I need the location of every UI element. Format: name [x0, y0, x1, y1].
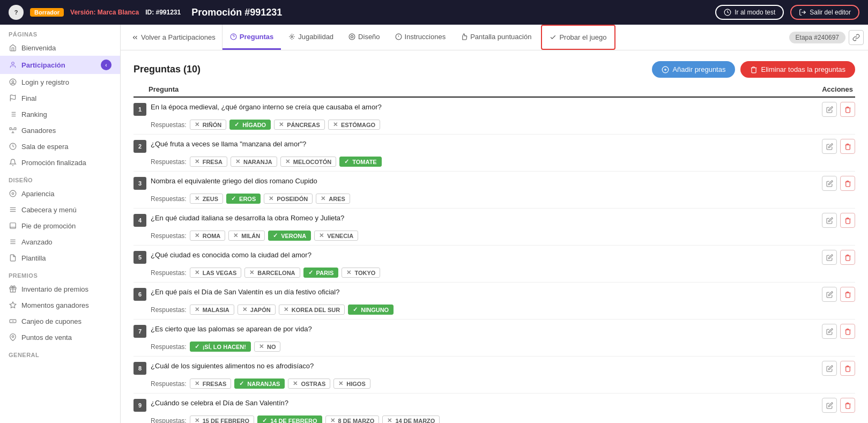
answer-badge: ✕FRESA	[190, 157, 227, 167]
answer-badge: ✓HÍGADO	[229, 120, 271, 130]
user-icon	[9, 61, 17, 69]
sidebar-item-plantilla[interactable]: Plantilla	[0, 250, 120, 266]
edit-question-button[interactable]	[822, 250, 837, 265]
answers-label: Respuestas:	[151, 232, 187, 240]
answer-badge: ✕MALASIA	[190, 305, 234, 315]
delete-question-button[interactable]	[840, 139, 855, 154]
tab-jugabilidad[interactable]: Jugabilidad	[281, 25, 341, 50]
delete-all-button[interactable]: Eliminar todas la preguntas	[740, 61, 855, 78]
tab-pantalla-puntuacion[interactable]: Pantalla puntuación	[453, 25, 539, 50]
delete-question-button[interactable]	[840, 102, 855, 117]
answer-badge: ✕HIGOS	[333, 379, 370, 389]
answer-badge: ✕FRESAS	[190, 379, 232, 389]
menu-icon	[9, 205, 17, 214]
delete-question-button[interactable]	[840, 176, 855, 191]
bell-icon	[9, 158, 17, 167]
edit-question-button[interactable]	[822, 398, 837, 413]
sidebar-item-promo-finalizada[interactable]: Promoción finalizada	[0, 154, 120, 170]
sidebar-item-canjeo[interactable]: Canjeo de cupones	[0, 313, 120, 329]
file-icon	[9, 254, 17, 262]
question-number: 3	[133, 177, 146, 190]
table-row: 8¿Cuál de los siguientes alimentos no es…	[133, 357, 855, 394]
topbar-version: Versión: Marca Blanca	[70, 9, 139, 16]
sidebar-item-ganadores[interactable]: Ganadores	[0, 122, 120, 138]
answer-badge: ✕ROMA	[190, 231, 226, 241]
link-icon[interactable]	[849, 30, 864, 45]
delete-question-button[interactable]	[840, 324, 855, 339]
exit-editor-button[interactable]: Salir del editor	[790, 5, 859, 20]
answer-badge: ✕MELOCOTÓN	[280, 157, 337, 167]
edit-question-button[interactable]	[822, 361, 837, 376]
sidebar-section-paginas: Páginas	[0, 25, 120, 40]
sidebar-item-apariencia[interactable]: Apariencia	[0, 185, 120, 202]
edit-question-button[interactable]	[822, 176, 837, 191]
question-number: 5	[133, 251, 146, 264]
sidebar-item-avanzado[interactable]: Avanzado	[0, 234, 120, 250]
question-text: Nombra el equivalente griego del dios ro…	[151, 176, 812, 185]
answers-row: Respuestas:✕ROMA✕MILÁN✓VERONA✕VENECIA	[133, 231, 855, 241]
sidebar-item-login[interactable]: Login y registro	[0, 74, 120, 90]
table-row: 9¿Cuándo se celebra el Día de San Valent…	[133, 394, 855, 423]
question-number: 9	[133, 399, 146, 412]
table-row: 4¿En qué ciudad italiana se desarrolla l…	[133, 209, 855, 246]
sidebar-item-inventario[interactable]: Inventario de premios	[0, 281, 120, 297]
answer-badge: ✕VENECIA	[314, 231, 358, 241]
topbar-id: ID: #991231	[145, 9, 181, 16]
tab-preguntas[interactable]: Preguntas	[222, 25, 281, 50]
answers-row: Respuestas:✕FRESA✕NARANJA✕MELOCOTÓN✓TOMA…	[133, 157, 855, 167]
answers-row: Respuestas:✕LAS VEGAS✕BARCELONA✓PARIS✕TO…	[133, 268, 855, 278]
svg-point-13	[12, 192, 14, 195]
answer-badge: ✕POSEIDÓN	[264, 194, 313, 204]
tab-probar-juego[interactable]: Probar el juego	[541, 25, 615, 50]
sidebar-item-momentos[interactable]: Momentos ganadores	[0, 297, 120, 313]
add-questions-button[interactable]: Añadir preguntas	[652, 61, 735, 78]
answer-badge: ✕15 DE FEBRERO	[190, 415, 254, 423]
sliders-icon	[9, 238, 17, 246]
question-text: En la época medieval, ¿qué órgano intern…	[151, 102, 812, 111]
question-number: 8	[133, 362, 146, 375]
edit-question-button[interactable]	[822, 324, 837, 339]
gift-icon	[9, 285, 17, 293]
answer-badge: ✓PARIS	[303, 268, 339, 278]
sidebar-item-participacion[interactable]: Participación ‹	[0, 56, 120, 74]
answer-badge: ✓14 DE FEBRERO	[257, 415, 322, 423]
tab-diseno[interactable]: Diseño	[341, 25, 387, 50]
delete-question-button[interactable]	[840, 250, 855, 265]
edit-question-button[interactable]	[822, 139, 837, 154]
table-header: Pregunta Acciones	[133, 82, 855, 98]
topbar: ? Borrador Versión: Marca Blanca ID: #99…	[0, 0, 868, 25]
sidebar-item-ranking[interactable]: Ranking	[0, 106, 120, 122]
svg-point-29	[349, 34, 355, 40]
edit-question-button[interactable]	[822, 287, 837, 302]
sidebar-item-bienvenida[interactable]: Bienvenida	[0, 40, 120, 56]
tab-instrucciones[interactable]: Instrucciones	[388, 25, 454, 50]
sidebar-item-puntos[interactable]: Puntos de venta	[0, 329, 120, 345]
delete-question-button[interactable]	[840, 287, 855, 302]
answers-row: Respuestas:✕ZEUS✓EROS✕POSEIDÓN✕ARES	[133, 194, 855, 204]
tab-back-button[interactable]: Volver a Participaciones	[125, 25, 222, 50]
answer-badge: ✕KOREA DEL SUR	[279, 305, 345, 315]
mode-test-button[interactable]: Ir al modo test	[715, 5, 784, 20]
delete-question-button[interactable]	[840, 398, 855, 413]
answers-row: Respuestas:✕MALASIA✕JAPÓN✕KOREA DEL SUR✓…	[133, 305, 855, 315]
sidebar-item-sala-espera[interactable]: Sala de espera	[0, 138, 120, 154]
answer-badge: ✕8 DE MARZO	[325, 415, 380, 423]
answer-badge: ✕NARANJA	[231, 157, 277, 167]
sidebar-section-diseno: Diseño	[0, 170, 120, 185]
question-text: ¿Es cierto que las palomas se aparean de…	[151, 324, 812, 333]
edit-question-button[interactable]	[822, 102, 837, 117]
table-row: 2¿Qué fruta a veces se llama "manzana de…	[133, 135, 855, 172]
answer-badge: ✓¡SÍ, LO HACEN!	[190, 342, 251, 352]
sidebar-item-final[interactable]: Final	[0, 90, 120, 106]
content-actions: Añadir preguntas Eliminar todas la pregu…	[652, 61, 855, 78]
sidebar-item-cabecera[interactable]: Cabecera y menú	[0, 202, 120, 218]
table-row: 7¿Es cierto que las palomas se aparean d…	[133, 320, 855, 357]
collapse-icon: ‹	[101, 60, 112, 70]
sidebar-item-pie[interactable]: Pie de promoción	[0, 218, 120, 234]
answer-badge: ✕ESTÓMAGO	[328, 120, 380, 130]
answer-badge: ✕14 DE MARZO	[382, 415, 440, 423]
delete-question-button[interactable]	[840, 213, 855, 228]
edit-question-button[interactable]	[822, 213, 837, 228]
delete-question-button[interactable]	[840, 361, 855, 376]
question-number: 4	[133, 214, 146, 227]
